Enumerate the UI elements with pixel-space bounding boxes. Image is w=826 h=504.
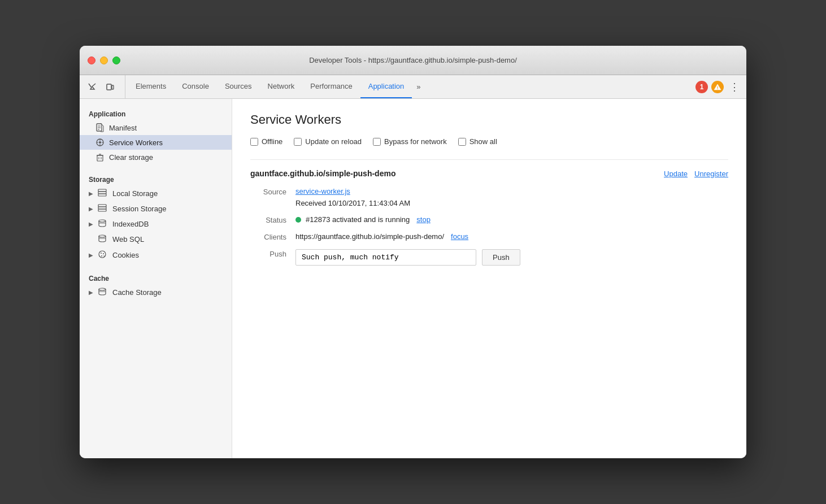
expand-arrow-session-storage: ▶ bbox=[89, 206, 95, 212]
cookies-label: Cookies bbox=[112, 251, 139, 259]
svg-rect-18 bbox=[98, 189, 106, 192]
svg-point-8 bbox=[99, 141, 101, 144]
toolbar-tabs: Elements Console Sources Network Perform… bbox=[128, 75, 412, 98]
sidebar-item-cache-storage[interactable]: ▶ Cache Storage bbox=[80, 285, 232, 300]
more-options-button[interactable]: ⋮ bbox=[727, 81, 742, 93]
web-sql-icon bbox=[98, 234, 107, 244]
svg-point-29 bbox=[101, 253, 102, 254]
sidebar-section-cache: Cache bbox=[80, 270, 232, 285]
cache-storage-icon bbox=[98, 288, 107, 297]
update-on-reload-checkbox[interactable]: Update on reload bbox=[294, 137, 362, 146]
show-all-checkbox[interactable]: Show all bbox=[458, 137, 497, 146]
service-workers-label: Service Workers bbox=[109, 138, 163, 147]
show-all-label: Show all bbox=[469, 137, 497, 146]
devtools-window: Developer Tools - https://gauntface.gith… bbox=[80, 46, 746, 458]
local-storage-icon bbox=[98, 189, 107, 198]
status-text: #12873 activated and is running bbox=[306, 215, 410, 224]
sw-actions: Update Unregister bbox=[664, 170, 728, 178]
svg-rect-19 bbox=[98, 192, 106, 194]
svg-point-24 bbox=[99, 220, 106, 222]
session-storage-icon bbox=[98, 204, 107, 214]
source-file-link[interactable]: service-worker.js bbox=[295, 187, 350, 195]
status-value: #12873 activated and is running stop bbox=[295, 215, 728, 224]
svg-rect-22 bbox=[98, 207, 106, 209]
sw-header: gauntface.github.io/simple-push-demo Upd… bbox=[250, 169, 728, 178]
sidebar-item-web-sql[interactable]: ▶ Web SQL bbox=[80, 232, 232, 247]
tab-application[interactable]: Application bbox=[360, 75, 412, 98]
svg-rect-23 bbox=[98, 209, 106, 211]
bypass-for-network-input[interactable] bbox=[373, 138, 381, 146]
toolbar: Elements Console Sources Network Perform… bbox=[80, 75, 746, 99]
received-text: Received 10/10/2017, 11:43:04 AM bbox=[295, 199, 728, 207]
offline-label: Offline bbox=[262, 137, 282, 146]
expand-arrow-local-storage: ▶ bbox=[89, 190, 95, 197]
indexeddb-label: IndexedDB bbox=[112, 220, 149, 228]
sidebar-item-clear-storage[interactable]: Clear storage bbox=[80, 150, 232, 164]
push-label: Push bbox=[250, 249, 295, 258]
bypass-for-network-checkbox[interactable]: Bypass for network bbox=[373, 137, 447, 146]
push-button[interactable]: Push bbox=[482, 249, 520, 266]
unregister-link[interactable]: Unregister bbox=[694, 170, 728, 178]
clear-storage-label: Clear storage bbox=[109, 153, 153, 162]
sidebar-item-service-workers[interactable]: Service Workers bbox=[80, 135, 232, 150]
session-storage-label: Session Storage bbox=[112, 205, 166, 213]
sw-details: Source service-worker.js Received 10/10/… bbox=[250, 187, 728, 266]
focus-link[interactable]: focus bbox=[451, 232, 468, 241]
sidebar-item-session-storage[interactable]: ▶ Session Storage bbox=[80, 201, 232, 216]
stop-link[interactable]: stop bbox=[416, 215, 431, 224]
page-title: Service Workers bbox=[250, 112, 728, 127]
toolbar-right: 1 ! ⋮ bbox=[695, 75, 742, 98]
sidebar-item-cookies[interactable]: ▶ Cookies bbox=[80, 247, 232, 263]
tab-console[interactable]: Console bbox=[174, 75, 217, 98]
clients-label: Clients bbox=[250, 232, 295, 241]
cache-storage-label: Cache Storage bbox=[112, 288, 162, 297]
push-value: Push bbox=[295, 249, 728, 266]
inspect-icon[interactable] bbox=[84, 79, 100, 95]
push-input[interactable] bbox=[295, 249, 476, 266]
source-label: Source bbox=[250, 187, 295, 196]
expand-arrow-indexeddb: ▶ bbox=[89, 221, 95, 227]
device-icon[interactable] bbox=[102, 79, 118, 95]
error-count-badge[interactable]: 1 bbox=[695, 81, 708, 93]
manifest-icon bbox=[95, 123, 105, 132]
svg-point-33 bbox=[99, 288, 106, 290]
sidebar-item-local-storage[interactable]: ▶ Local Storage bbox=[80, 186, 232, 201]
source-value: service-worker.js Received 10/10/2017, 1… bbox=[295, 187, 728, 207]
show-all-input[interactable] bbox=[458, 138, 466, 146]
minimize-button[interactable] bbox=[100, 57, 108, 64]
update-on-reload-label: Update on reload bbox=[305, 137, 362, 146]
service-workers-icon bbox=[95, 138, 105, 147]
close-button[interactable] bbox=[88, 57, 95, 64]
svg-point-32 bbox=[103, 255, 105, 257]
content-panel: Service Workers Offline Update on reload… bbox=[232, 99, 746, 458]
svg-point-30 bbox=[103, 253, 104, 254]
svg-rect-13 bbox=[97, 155, 103, 161]
sidebar-section-application: Application bbox=[80, 106, 232, 120]
more-tabs-button[interactable]: » bbox=[412, 75, 425, 98]
sidebar-section-storage: Storage bbox=[80, 171, 232, 186]
tab-network[interactable]: Network bbox=[260, 75, 303, 98]
tab-sources[interactable]: Sources bbox=[217, 75, 260, 98]
expand-arrow-cookies: ▶ bbox=[89, 252, 95, 258]
expand-arrow-cache-storage: ▶ bbox=[89, 289, 95, 296]
maximize-button[interactable] bbox=[112, 57, 120, 64]
tab-performance[interactable]: Performance bbox=[302, 75, 360, 98]
local-storage-label: Local Storage bbox=[112, 189, 158, 198]
svg-rect-20 bbox=[98, 194, 106, 196]
update-link[interactable]: Update bbox=[664, 170, 688, 178]
cookies-icon bbox=[98, 250, 107, 260]
sidebar-item-manifest[interactable]: Manifest bbox=[80, 120, 232, 135]
clear-storage-icon bbox=[95, 153, 105, 162]
offline-checkbox[interactable]: Offline bbox=[250, 137, 282, 146]
main-content: Application Manifest bbox=[80, 99, 746, 458]
sidebar-item-indexeddb[interactable]: ▶ IndexedDB bbox=[80, 216, 232, 232]
title-bar: Developer Tools - https://gauntface.gith… bbox=[80, 46, 746, 75]
status-label: Status bbox=[250, 215, 295, 224]
svg-point-31 bbox=[101, 255, 102, 257]
tab-elements[interactable]: Elements bbox=[128, 75, 174, 98]
update-on-reload-input[interactable] bbox=[294, 138, 302, 146]
sw-origin: gauntface.github.io/simple-push-demo bbox=[250, 169, 395, 178]
offline-input[interactable] bbox=[250, 138, 258, 146]
warning-count-badge[interactable]: ! bbox=[711, 81, 724, 93]
svg-rect-1 bbox=[112, 85, 114, 89]
